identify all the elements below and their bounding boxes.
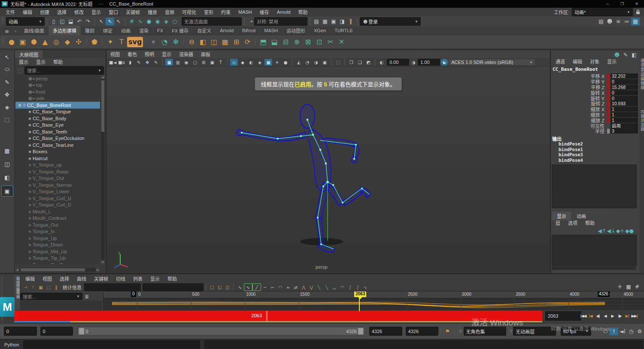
poly-disc-icon[interactable]: ✣ <box>73 37 84 47</box>
time-marker-4326[interactable]: 4326 <box>598 291 610 297</box>
shelf-tab-多边形建模[interactable]: 多边形建模 <box>49 26 81 35</box>
open-scene-icon[interactable]: ◱ <box>58 18 67 25</box>
frame-selection-icon[interactable]: ◱ <box>216 284 224 291</box>
remesh-icon[interactable]: ⟳ <box>242 37 253 47</box>
shelf-tab-Bifrost[interactable]: Bifrost <box>238 27 260 34</box>
curve-smooth-icon[interactable]: ∿ <box>361 284 369 291</box>
image-plane-icon[interactable]: ✎ <box>135 59 143 66</box>
go-to-start-button[interactable]: |◀◀ <box>580 312 587 320</box>
animation-start-field[interactable]: 0 <box>4 327 37 336</box>
bridge-icon[interactable]: ⊠ <box>302 37 313 47</box>
channel-value-field[interactable]: 0 <box>611 96 638 101</box>
auto-tangent-icon[interactable]: ◡ <box>331 284 338 291</box>
break-tangent-icon[interactable]: ⋀ <box>300 284 307 291</box>
channel-value-field[interactable]: 32.202 <box>611 73 638 79</box>
region-keys-icon[interactable]: ⬚ <box>45 284 52 291</box>
step-tangent-icon[interactable]: ⌐ <box>269 284 276 291</box>
scale-tool-icon[interactable]: ⬚ <box>2 114 13 124</box>
layer-editor-scrollbar[interactable] <box>552 266 636 270</box>
outliner-item-CC_Base_Teeth[interactable]: ◈CC_Base_Teeth <box>15 128 100 135</box>
multi-cut-icon[interactable]: ✂ <box>325 37 336 47</box>
menu-item-曲线[interactable]: 曲线 <box>77 275 86 282</box>
menu-item-选择[interactable]: 选择 <box>60 275 69 282</box>
poly-cone-icon[interactable]: ▲ <box>39 37 51 47</box>
menu-item-修改[interactable]: 修改 <box>74 9 84 15</box>
pan-zoom-2d-icon[interactable]: ✥ <box>143 59 151 66</box>
gamma-icon[interactable]: ◑ <box>410 59 417 66</box>
move-layer-up-icon[interactable]: ◀↑ <box>597 227 606 235</box>
menu-item-着色[interactable]: 着色 <box>128 51 137 58</box>
shelf-tab-雕刻[interactable]: 雕刻 <box>81 26 99 35</box>
lasso-tool-icon[interactable]: ⬭ <box>2 64 13 75</box>
move-layer-down-icon[interactable]: ◀↓ <box>607 227 616 235</box>
layout-pane-outliner-icon[interactable]: ◧ <box>2 172 13 182</box>
audio-icon[interactable]: ◄) <box>618 328 627 335</box>
swap-buffer-icon[interactable]: ⇄ <box>292 284 300 291</box>
menu-set-selector[interactable]: 动画▼ <box>6 17 45 26</box>
buffer-snapshot-icon[interactable]: ≈ <box>284 284 292 291</box>
outliner-horizontal-scrollbar[interactable]: ◄► <box>15 268 100 272</box>
separate-icon[interactable]: ◧ <box>197 37 208 47</box>
menu-item-约束[interactable]: 约束 <box>221 9 231 15</box>
snap-point-icon[interactable]: ● <box>145 18 153 25</box>
mirror-icon[interactable]: ◫ <box>208 37 219 47</box>
menu-item-帮助[interactable]: 帮助 <box>167 275 177 282</box>
new-empty-layer-icon[interactable]: ◆+ <box>616 227 625 235</box>
platonic-solid-icon[interactable]: ⬟ <box>89 37 100 47</box>
outliner-item-Tongue_Down[interactable]: ◈Tongue_Down <box>15 242 100 249</box>
menu-item-创建[interactable]: 创建 <box>40 9 49 15</box>
pause-viewport-icon[interactable]: ‖ <box>346 18 355 25</box>
shelf-tab-动画[interactable]: 动画 <box>117 26 135 35</box>
graph-curve-area[interactable]: 0500100015002500300035004000450002063432… <box>103 291 644 312</box>
channel-value-field[interactable]: 启用 <box>611 123 638 128</box>
shelf-tab-Arnold[interactable]: Arnold <box>216 27 238 34</box>
clamped-tangent-icon[interactable]: ∿ <box>244 283 252 291</box>
close-button[interactable]: ✕ <box>629 0 644 8</box>
field-chart-icon[interactable]: ⊞ <box>200 59 207 66</box>
menu-item-音频[interactable]: 音频 <box>165 9 174 15</box>
outliner-item-V_Tongue_Curl_U[interactable]: ◈V_Tongue_Curl_U <box>15 195 100 202</box>
channel-value-field[interactable]: 10.593 <box>611 101 638 106</box>
layout-four-pane-icon[interactable]: ▦ <box>2 146 13 156</box>
menu-item-帮助[interactable]: 帮助 <box>585 219 595 226</box>
poly-cylinder-icon[interactable]: ⬢ <box>28 37 39 47</box>
outliner-item-V_Tongue_up[interactable]: ◈V_Tongue_up <box>15 162 100 169</box>
shelf-menu-icon[interactable]: ≡ <box>3 27 11 35</box>
viewport-panel[interactable]: 视图着色照明显示渲染器面板 ■◄■a▮✎✥✎▦▥◉▢⊞▣T◇◆◐◈▦☀●◭◔◑▣… <box>106 50 550 273</box>
snapshot-icon[interactable]: ❐ <box>347 59 355 66</box>
unify-tangent-icon[interactable]: ⋁ <box>307 284 315 291</box>
safe-action-icon[interactable]: ▣ <box>208 59 216 66</box>
textured-mode-icon[interactable]: ◐ <box>247 59 255 66</box>
select-tool-icon[interactable]: ↖ <box>2 52 13 62</box>
step-back-frame-button[interactable]: ◀| <box>594 312 601 320</box>
insert-keys-icon[interactable]: ⫯ <box>29 284 37 291</box>
layer-editor-tab-显示[interactable]: 显示 <box>552 212 571 220</box>
channel-box-node-name[interactable]: CC_Base_BoneRoot <box>553 67 598 72</box>
snap-grid-icon[interactable]: # <box>128 18 136 25</box>
menu-item-显示[interactable]: 显示 <box>162 51 171 58</box>
graph-search-input[interactable]: 搜索...▼ <box>20 293 82 300</box>
layer-editor-list[interactable] <box>552 235 637 266</box>
output-node-bindPose4[interactable]: bindPose4 <box>559 158 583 163</box>
shelf-tab-自定义[interactable]: 自定义 <box>193 26 216 35</box>
menu-item-窗口[interactable]: 窗口 <box>109 9 118 15</box>
multi-copy-icon[interactable]: ❏ <box>356 59 364 66</box>
new-layer-selected-icon[interactable]: ◆● <box>625 227 634 235</box>
plane-z-icon[interactable]: ▣ <box>321 59 328 66</box>
channel-value-field[interactable]: 3 <box>611 128 638 134</box>
snap-projected-center-icon[interactable]: ◉ <box>153 18 162 25</box>
menu-item-显示[interactable]: 显示 <box>150 275 160 282</box>
graph-list-icon[interactable]: ≣ <box>82 293 91 300</box>
menu-item-照明[interactable]: 照明 <box>145 51 154 58</box>
output-node-bindPose1[interactable]: bindPose1 <box>559 147 583 152</box>
spline-tangent-icon[interactable]: ∿ <box>236 284 244 291</box>
outliner-item-Tongue_Out[interactable]: ◈Tongue_Out <box>15 222 100 228</box>
type-text-icon[interactable]: T <box>116 37 127 47</box>
menu-item-展示[interactable]: 展示 <box>19 58 28 65</box>
anim-layer-selector[interactable]: 无动画层 <box>513 327 556 336</box>
rotate-tool-icon[interactable]: ◈ <box>2 102 13 112</box>
combine-icon[interactable]: ⊖ <box>186 37 197 47</box>
new-scene-icon[interactable]: ▯ <box>49 18 58 25</box>
outliner-filter-icon[interactable]: ⬚ <box>16 67 24 74</box>
play-forwards-button[interactable]: ▶ <box>609 312 616 320</box>
